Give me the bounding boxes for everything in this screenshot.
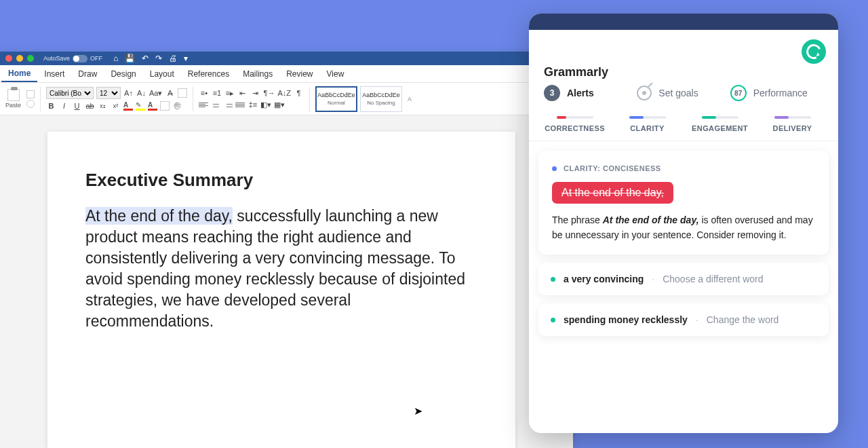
styles-more: A — [408, 96, 412, 102]
undo-icon[interactable]: ↶ — [142, 54, 149, 62]
score-badge: 87 — [730, 85, 747, 101]
tab-view[interactable]: View — [320, 65, 351, 82]
redo-icon[interactable]: ↷ — [155, 54, 162, 62]
grammarly-nav: 3 Alerts Set goals 87 Performance — [529, 85, 838, 111]
align-center-icon[interactable] — [211, 102, 220, 107]
grammarly-logo-icon[interactable] — [802, 39, 826, 64]
ribbon: Paste Calibri (Bo... 12 A↑ A↓ Aa▾ A̶ B I… — [0, 83, 573, 115]
print-icon[interactable]: 🖨 — [169, 54, 177, 62]
doc-heading: Executive Summary — [85, 170, 477, 191]
font-name-select[interactable]: Calibri (Bo... — [46, 87, 94, 99]
font-color-dropdown[interactable]: A — [148, 101, 157, 111]
ltr-icon[interactable]: ¶→ — [263, 88, 275, 98]
engagement-dot-icon — [551, 277, 555, 282]
borders-icon[interactable]: ▦▾ — [274, 100, 285, 110]
enclosing-icon[interactable]: ㊞ — [172, 100, 182, 111]
nav-set-goals[interactable]: Set goals — [637, 86, 730, 100]
card-explanation: The phrase At the end of the day, is oft… — [552, 213, 815, 242]
document-area: Executive Summary At the end of the day,… — [0, 115, 573, 448]
paste-button[interactable]: Paste — [3, 89, 24, 109]
suggestion-card[interactable]: a very convincing · Choose a different w… — [538, 263, 829, 295]
card-kicker-text: CLARITY: CONCISENESS — [564, 164, 661, 172]
style-no-spacing[interactable]: AaBbCcDdEe No Spacing — [360, 86, 402, 112]
chevron-down-icon[interactable]: ▾ — [184, 54, 188, 62]
cut-icon[interactable] — [26, 90, 35, 98]
increase-indent-icon[interactable]: ⇥ — [250, 88, 260, 98]
cat-delivery[interactable]: DELIVERY — [756, 116, 829, 132]
minimize-icon[interactable] — [16, 55, 23, 62]
font-size-select[interactable]: 12 — [96, 87, 121, 99]
clear-format-icon[interactable]: A̶ — [165, 88, 175, 98]
multilevel-icon[interactable]: ≡▸ — [224, 88, 235, 98]
justify-icon[interactable] — [235, 102, 245, 107]
tab-design[interactable]: Design — [104, 65, 142, 82]
cat-label: ENGAGEMENT — [692, 124, 748, 132]
strikethrough-button[interactable]: ab — [85, 100, 95, 111]
suggestion-card[interactable]: spending money recklessly · Change the w… — [538, 303, 829, 336]
nav-performance[interactable]: 87 Performance — [730, 85, 823, 101]
sort-icon[interactable]: A↓Z — [277, 88, 291, 98]
word-window: AutoSave OFF ⌂ 💾 ↶ ↷ 🖨 ▾ Home Insert Dra… — [0, 52, 573, 448]
subscript-button[interactable]: x₂ — [98, 100, 108, 111]
italic-button[interactable]: I — [59, 100, 69, 111]
font-color-button[interactable]: A — [123, 101, 133, 111]
maximize-icon[interactable] — [27, 55, 34, 62]
bold-button[interactable]: B — [46, 100, 56, 111]
tab-review[interactable]: Review — [279, 65, 319, 82]
grammarly-title: Grammarly — [529, 65, 838, 85]
separator — [193, 87, 193, 111]
cat-engagement[interactable]: ENGAGEMENT — [684, 116, 756, 132]
increase-font-icon[interactable]: A↑ — [123, 88, 134, 98]
align-left-icon[interactable] — [199, 102, 208, 107]
character-border-icon[interactable] — [178, 88, 187, 98]
tab-references[interactable]: References — [181, 65, 236, 82]
close-icon[interactable] — [5, 55, 12, 62]
alert-count-badge: 3 — [544, 85, 560, 101]
nav-alerts[interactable]: 3 Alerts — [544, 85, 637, 101]
separator-dot: · — [696, 314, 698, 325]
home-icon[interactable]: ⌂ — [113, 54, 118, 62]
tab-mailings[interactable]: Mailings — [236, 65, 279, 82]
highlight-button[interactable]: ✎ — [136, 101, 145, 111]
decrease-indent-icon[interactable]: ⇤ — [237, 88, 248, 98]
align-right-icon[interactable] — [223, 102, 233, 107]
cat-correctness[interactable]: CORRECTNESS — [538, 116, 611, 132]
suggestion-hint: Choose a different word — [663, 274, 763, 284]
suggestion-flag: a very convincing — [564, 274, 644, 284]
separator-dot: · — [652, 274, 654, 284]
target-icon — [637, 86, 652, 100]
save-icon[interactable]: 💾 — [125, 54, 135, 62]
line-spacing-icon[interactable]: ‡≡ — [248, 100, 258, 110]
nav-performance-label: Performance — [753, 88, 808, 98]
tab-draw[interactable]: Draw — [71, 65, 104, 82]
suggestion-flag: spending money recklessly — [564, 314, 688, 325]
separator — [309, 87, 310, 111]
bullets-icon[interactable]: ≡• — [199, 88, 209, 98]
mouse-cursor-icon: ➤ — [414, 405, 422, 417]
style-normal[interactable]: AaBbCcDdEe Normal — [315, 86, 357, 112]
paragraph-marks-icon[interactable]: ¶ — [294, 88, 304, 98]
tab-insert[interactable]: Insert — [37, 65, 71, 82]
change-case-icon[interactable]: Aa▾ — [149, 88, 162, 98]
tab-layout[interactable]: Layout — [143, 65, 181, 82]
decrease-font-icon[interactable]: A↓ — [136, 88, 146, 98]
text-effects-icon[interactable] — [160, 101, 170, 111]
document-page[interactable]: Executive Summary At the end of the day,… — [47, 132, 515, 448]
tab-home[interactable]: Home — [1, 65, 37, 82]
strike-phrase-pill[interactable]: At the end of the day, — [552, 182, 673, 204]
underline-button[interactable]: U — [72, 100, 82, 111]
numbering-icon[interactable]: ≡1 — [212, 88, 222, 98]
superscript-button[interactable]: x² — [111, 100, 121, 111]
autosave-label: AutoSave — [43, 55, 70, 62]
style-preview: AaBbCcDdEe — [362, 92, 400, 98]
cat-clarity[interactable]: CLARITY — [611, 116, 684, 132]
bar-correctness — [557, 116, 593, 119]
suggestion-hint: Change the word — [707, 314, 779, 325]
alert-card-clarity[interactable]: CLARITY: CONCISENESS At the end of the d… — [538, 151, 829, 255]
cat-label: CLARITY — [630, 124, 664, 132]
bar-delivery — [774, 116, 811, 119]
autosave-toggle[interactable]: AutoSave OFF — [43, 55, 102, 62]
format-painter-icon[interactable] — [26, 100, 35, 108]
shading-icon[interactable]: ◧▾ — [260, 100, 271, 110]
card-kicker: CLARITY: CONCISENESS — [552, 164, 815, 172]
